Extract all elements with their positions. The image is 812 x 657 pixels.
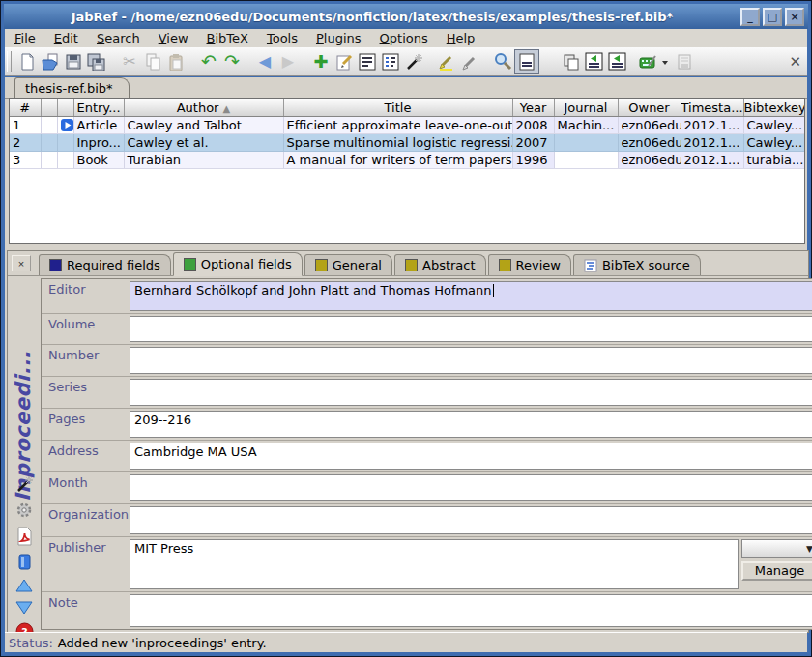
- file-note-icon[interactable]: [15, 553, 34, 571]
- status-message: Added new 'inproceedings' entry.: [58, 636, 267, 650]
- column-header-journal[interactable]: Journal: [554, 99, 618, 117]
- field-label-note: Note: [42, 592, 127, 629]
- statusbar: Status: Added new 'inproceedings' entry.: [5, 632, 807, 652]
- publisher-dropdown[interactable]: ▼: [741, 539, 812, 558]
- column-header-bibtexkey[interactable]: Bibtexkey: [743, 99, 804, 117]
- column-header-owner[interactable]: Owner: [618, 99, 681, 117]
- column-header-author[interactable]: Author ▲: [124, 99, 283, 117]
- tab-general[interactable]: General: [304, 254, 392, 275]
- open-database-icon[interactable]: [39, 50, 62, 73]
- search-icon[interactable]: [491, 50, 514, 73]
- new-database-icon[interactable]: [15, 50, 39, 73]
- toolbar-drag-handle[interactable]: [7, 51, 12, 72]
- column-header-timestamp[interactable]: Timesta...: [681, 99, 743, 117]
- close-button[interactable]: ×: [785, 8, 804, 26]
- entry-type-label: Inproceedi...: [12, 304, 37, 501]
- previous-entry-button[interactable]: [14, 578, 34, 593]
- sort-ascending-icon: ▲: [223, 103, 231, 114]
- column-header-icon2[interactable]: [57, 99, 73, 117]
- autoset-gear-icon[interactable]: [14, 500, 34, 520]
- menu-bibtex[interactable]: BibTeX: [207, 31, 248, 45]
- number-field-input[interactable]: [130, 347, 812, 374]
- menu-file[interactable]: File: [14, 31, 36, 45]
- import-into-new-icon[interactable]: [605, 50, 628, 73]
- field-label-editor: Editor: [42, 279, 127, 313]
- entry-table[interactable]: # Entry... Author ▲ Title Year Journal O…: [9, 98, 805, 244]
- column-header-title[interactable]: Title: [283, 99, 512, 117]
- copy-key-icon[interactable]: [559, 50, 582, 73]
- field-label-pages: Pages: [42, 409, 127, 440]
- database-tab[interactable]: thesis-ref.bib*: [14, 77, 130, 98]
- toggle-search-icon[interactable]: [514, 49, 539, 74]
- tab-bibtex-source[interactable]: BibTeX source: [573, 254, 701, 275]
- titlebar[interactable]: JabRef - /home/ezn06edu/Documents/nonfic…: [4, 4, 808, 29]
- push-to-application-icon[interactable]: [638, 50, 673, 73]
- back-icon[interactable]: ◀: [253, 50, 276, 73]
- jabref-window: JabRef - /home/ezn06edu/Documents/nonfic…: [0, 0, 812, 657]
- review-icon: [499, 259, 511, 271]
- field-label-number: Number: [42, 345, 127, 376]
- tab-optional-fields[interactable]: Optional fields: [173, 252, 303, 276]
- tab-review[interactable]: Review: [488, 254, 571, 275]
- abstract-icon: [405, 259, 418, 271]
- field-label-publisher: Publisher: [42, 537, 127, 592]
- edit-entry-icon[interactable]: [333, 50, 356, 73]
- publisher-field-input[interactable]: MIT Press: [130, 539, 739, 590]
- edit-strings-icon[interactable]: [379, 50, 402, 73]
- menu-edit[interactable]: Edit: [54, 31, 78, 45]
- status-label: Status:: [9, 636, 53, 650]
- month-field-input[interactable]: [130, 474, 812, 501]
- open-file-icon[interactable]: [673, 50, 696, 73]
- maximize-button[interactable]: □: [763, 8, 782, 26]
- series-field-input[interactable]: [130, 379, 812, 406]
- table-row[interactable]: 3 Book Turabian A manual for writers of …: [10, 152, 804, 169]
- entry-link-icon[interactable]: [61, 119, 73, 131]
- menu-view[interactable]: View: [159, 31, 188, 45]
- menu-tools[interactable]: Tools: [267, 31, 298, 45]
- editor-field-input[interactable]: Bernhard Schölkopf and John Platt and Th…: [130, 281, 812, 311]
- optional-fields-icon: [184, 258, 196, 271]
- unmark-entries-icon[interactable]: [458, 50, 481, 73]
- undo-icon[interactable]: ↶: [197, 50, 220, 73]
- table-row-selected[interactable]: 2 Inpro... Cawley et al. Sparse multinom…: [10, 134, 804, 152]
- manage-button[interactable]: Manage: [741, 561, 812, 581]
- menu-options[interactable]: Options: [380, 31, 428, 45]
- new-entry-icon[interactable]: ✚: [309, 50, 333, 73]
- column-header-num[interactable]: #: [10, 99, 41, 117]
- close-database-icon[interactable]: ✕: [789, 53, 801, 71]
- mark-entries-icon[interactable]: [435, 50, 458, 73]
- redo-icon[interactable]: ↷: [220, 50, 244, 73]
- cut-icon[interactable]: ✂: [118, 50, 141, 73]
- field-label-series: Series: [42, 377, 127, 408]
- pdf-icon[interactable]: [15, 527, 33, 546]
- save-all-icon[interactable]: [85, 50, 108, 73]
- edit-preamble-icon[interactable]: [356, 50, 379, 73]
- pages-field-input[interactable]: 209--216: [130, 411, 812, 438]
- address-field-input[interactable]: Cambridge MA USA: [130, 443, 812, 471]
- note-field-input[interactable]: [130, 594, 812, 627]
- entry-editor-side-strip: Inproceedi...: [8, 276, 41, 632]
- copy-icon[interactable]: [141, 50, 164, 73]
- column-header-entrytype[interactable]: Entry...: [73, 99, 124, 117]
- volume-field-input[interactable]: [130, 316, 812, 343]
- organization-field-input[interactable]: [130, 506, 812, 534]
- field-label-volume: Volume: [42, 314, 127, 345]
- import-into-current-icon[interactable]: [582, 50, 605, 73]
- column-header-icon1[interactable]: [41, 99, 57, 117]
- table-row[interactable]: 1 Article Cawley and Talbot Efficient ap…: [10, 117, 804, 134]
- generate-key-wand-icon[interactable]: [14, 474, 34, 494]
- cleanup-wand-icon[interactable]: [402, 50, 425, 73]
- menu-plugins[interactable]: Plugins: [316, 31, 362, 45]
- minimize-button[interactable]: _: [740, 8, 760, 26]
- paste-icon[interactable]: [164, 50, 188, 73]
- save-database-icon[interactable]: [62, 50, 85, 73]
- forward-icon[interactable]: ▶: [276, 50, 300, 73]
- field-label-organization: Organization: [42, 504, 127, 536]
- column-header-year[interactable]: Year: [512, 99, 554, 117]
- tab-required-fields[interactable]: Required fields: [39, 254, 171, 275]
- tab-abstract[interactable]: Abstract: [394, 254, 486, 275]
- next-entry-button[interactable]: [14, 600, 34, 615]
- menu-help[interactable]: Help: [447, 31, 476, 45]
- entry-editor-close-button[interactable]: ×: [12, 255, 31, 271]
- menu-search[interactable]: Search: [97, 31, 140, 45]
